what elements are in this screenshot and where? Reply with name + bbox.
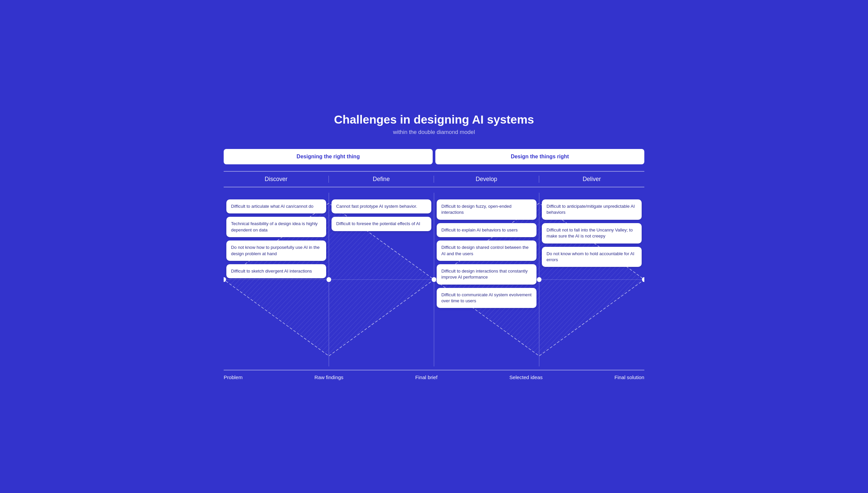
label-final-solution: Final solution bbox=[614, 374, 644, 380]
card-item: Difficult to explain AI behaviors to use… bbox=[437, 223, 536, 237]
discover-column: Difficult to articulate what AI can/cann… bbox=[224, 193, 329, 366]
cards-grid: Difficult to articulate what AI can/cann… bbox=[224, 193, 644, 366]
label-selected-ideas: Selected ideas bbox=[509, 374, 543, 380]
title-section: Challenges in designing AI systems withi… bbox=[217, 113, 651, 135]
card-item: Difficult to design shared control betwe… bbox=[437, 240, 536, 261]
main-title: Challenges in designing AI systems bbox=[217, 113, 651, 126]
card-item: Difficult to design interactions that co… bbox=[437, 264, 536, 284]
phase-define: Define bbox=[329, 176, 434, 183]
card-item: Difficult to foresee the potential effec… bbox=[332, 217, 431, 231]
define-column: Cannot fast prototype AI system behavior… bbox=[329, 193, 434, 366]
diamond-container: Difficult to articulate what AI can/cann… bbox=[224, 193, 644, 366]
phase-deliver: Deliver bbox=[539, 176, 644, 183]
banner-left: Designing the right thing bbox=[224, 149, 433, 164]
card-item: Cannot fast prototype AI system behavior… bbox=[332, 199, 431, 213]
subtitle: within the double diamond model bbox=[217, 129, 651, 135]
card-item: Difficult to sketch divergent AI interac… bbox=[226, 264, 326, 278]
develop-column: Difficult to design fuzzy, open-ended in… bbox=[434, 193, 539, 366]
bottom-labels: Problem Raw findings Final brief Selecte… bbox=[224, 370, 644, 380]
label-problem: Problem bbox=[224, 374, 243, 380]
phase-headers: Discover Define Develop Deliver bbox=[224, 171, 644, 187]
card-item: Do not know whom to hold accountable for… bbox=[542, 247, 642, 267]
banner-row: Designing the right thing Design the thi… bbox=[217, 149, 651, 164]
card-item: Do not know how to purposefully use AI i… bbox=[226, 240, 326, 261]
card-item: Difficult to design fuzzy, open-ended in… bbox=[437, 199, 536, 220]
diagram-area: Discover Define Develop Deliver bbox=[217, 171, 651, 380]
phase-discover: Discover bbox=[224, 176, 329, 183]
card-item: Difficult to communicate AI system evolv… bbox=[437, 288, 536, 308]
page-container: Challenges in designing AI systems withi… bbox=[217, 113, 651, 380]
card-item: Technical feasibility of a design idea i… bbox=[226, 217, 326, 237]
card-item: Difficult to articulate what AI can/cann… bbox=[226, 199, 326, 213]
card-item: Difficult to anticipate/mitigate unpredi… bbox=[542, 199, 642, 220]
banner-right: Design the things right bbox=[435, 149, 644, 164]
label-raw-findings: Raw findings bbox=[314, 374, 343, 380]
label-final-brief: Final brief bbox=[415, 374, 438, 380]
phase-develop: Develop bbox=[434, 176, 539, 183]
card-item: Difficult not to fall into the Uncanny V… bbox=[542, 223, 642, 243]
deliver-column: Difficult to anticipate/mitigate unpredi… bbox=[539, 193, 644, 366]
